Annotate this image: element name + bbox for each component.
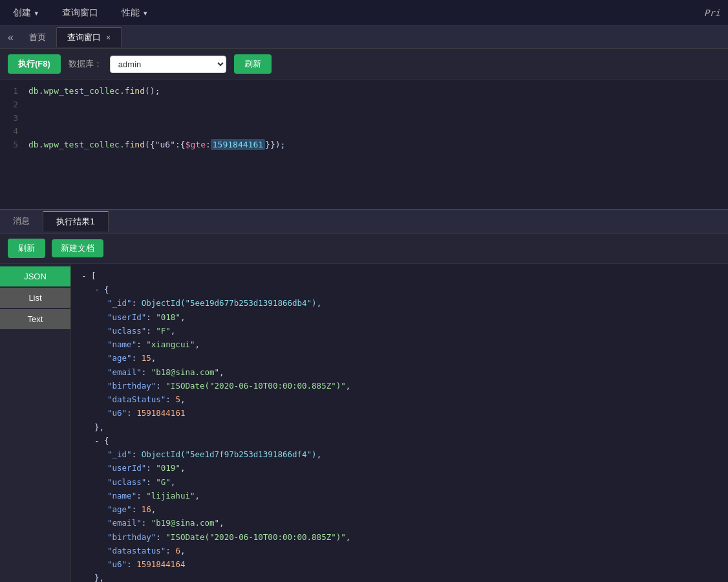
nav-query-label: 查询窗口 bbox=[62, 7, 98, 19]
record-2-name: "name": "lijiahui", bbox=[81, 489, 718, 502]
nav-performance-label: 性能 bbox=[122, 7, 140, 19]
record-1-open: - { bbox=[81, 283, 718, 296]
record-1-datastatus: "dataStatus": 5, bbox=[81, 393, 718, 406]
new-document-button[interactable]: 新建文档 bbox=[52, 239, 103, 257]
editor-toolbar: 执行(F8) 数据库： admin local config 刷新 bbox=[0, 49, 728, 80]
record-2-close: }, bbox=[81, 571, 718, 582]
database-select[interactable]: admin local config bbox=[110, 56, 226, 73]
toolbar-refresh-button[interactable]: 刷新 bbox=[234, 54, 272, 74]
code-line-1: 1 db.wpw_test_collec.find(); bbox=[0, 85, 728, 98]
record-1-u6: "u6": 1591844161 bbox=[81, 406, 718, 420]
tab-active-label: 查询窗口 bbox=[67, 32, 101, 43]
record-2-age: "age": 16, bbox=[81, 502, 718, 516]
view-json-button[interactable]: JSON bbox=[0, 266, 70, 286]
record-1-id: "_id": ObjectId("5ee19d677b253d1391866db… bbox=[81, 296, 718, 310]
tab-home[interactable]: 首页 bbox=[19, 28, 57, 47]
record-2-email: "email": "b19@sina.com", bbox=[81, 516, 718, 530]
result-area: JSON List Text - [ - { "_id": ObjectId("… bbox=[0, 264, 728, 582]
record-2-u6: "u6": 1591844164 bbox=[81, 557, 718, 571]
run-button[interactable]: 执行(F8) bbox=[8, 54, 61, 74]
db-label: 数据库： bbox=[69, 58, 102, 70]
record-1-email: "email": "b18@sina.com", bbox=[81, 365, 718, 379]
nav-create-dropdown-icon: ▾ bbox=[34, 8, 39, 18]
tab-messages[interactable]: 消息 bbox=[0, 211, 43, 231]
code-line-4: 4 bbox=[0, 125, 728, 138]
json-root-bracket: - [ bbox=[81, 269, 718, 283]
nav-query-window[interactable]: 查询窗口 bbox=[57, 3, 103, 23]
record-1-name: "name": "xiangcui", bbox=[81, 338, 718, 351]
code-line-2: 2 bbox=[0, 98, 728, 112]
record-1-age: "age": 15, bbox=[81, 351, 718, 365]
code-line-5: 5 db.wpw_test_collec.find({"u6":{$gte:15… bbox=[0, 138, 728, 152]
record-2-birthday: "birthday": "ISODate("2020-06-10T00:00:0… bbox=[81, 530, 718, 544]
nav-performance-dropdown-icon: ▾ bbox=[142, 8, 147, 18]
record-1-close: }, bbox=[81, 420, 718, 434]
tab-bar: « 首页 查询窗口 × bbox=[0, 26, 728, 49]
code-line-3: 3 bbox=[0, 112, 728, 125]
record-1-userid: "userId": "018", bbox=[81, 310, 718, 324]
nav-performance[interactable]: 性能 ▾ bbox=[116, 3, 153, 23]
bottom-tabs: 消息 执行结果1 bbox=[0, 210, 728, 233]
bottom-panel: 消息 执行结果1 刷新 新建文档 JSON List Text - [ bbox=[0, 210, 728, 582]
view-text-button[interactable]: Text bbox=[0, 309, 70, 329]
record-2-open: - { bbox=[81, 434, 718, 447]
tab-result-1[interactable]: 执行结果1 bbox=[43, 211, 109, 232]
top-navigation: 创建 ▾ 查询窗口 性能 ▾ Pri bbox=[0, 0, 728, 26]
editor-empty-space[interactable] bbox=[0, 152, 728, 204]
tab-query-window[interactable]: 查询窗口 × bbox=[57, 27, 122, 47]
nav-create[interactable]: 创建 ▾ bbox=[8, 3, 44, 23]
result-refresh-button[interactable]: 刷新 bbox=[8, 239, 45, 258]
record-2-userid: "userId": "019", bbox=[81, 461, 718, 475]
view-list-button[interactable]: List bbox=[0, 288, 70, 308]
result-toolbar: 刷新 新建文档 bbox=[0, 233, 728, 264]
nav-create-label: 创建 bbox=[13, 7, 31, 19]
tab-close-button[interactable]: × bbox=[106, 33, 111, 42]
record-2-uclass: "uclass": "G", bbox=[81, 475, 718, 489]
brand-label: Pri bbox=[704, 8, 720, 18]
code-editor[interactable]: 1 db.wpw_test_collec.find(); 2 3 4 5 db.… bbox=[0, 80, 728, 210]
result-content[interactable]: - [ - { "_id": ObjectId("5ee19d677b253d1… bbox=[71, 264, 728, 582]
record-2-id: "_id": ObjectId("5ee1d7f97b253d1391866df… bbox=[81, 447, 718, 461]
record-1-birthday: "birthday": "ISODate("2020-06-10T00:00:0… bbox=[81, 379, 718, 393]
record-1-uclass: "uclass": "F", bbox=[81, 324, 718, 338]
tab-back-button[interactable]: « bbox=[3, 29, 19, 46]
view-mode-sidebar: JSON List Text bbox=[0, 264, 71, 582]
record-2-datastatus: "datastatus": 6, bbox=[81, 544, 718, 557]
